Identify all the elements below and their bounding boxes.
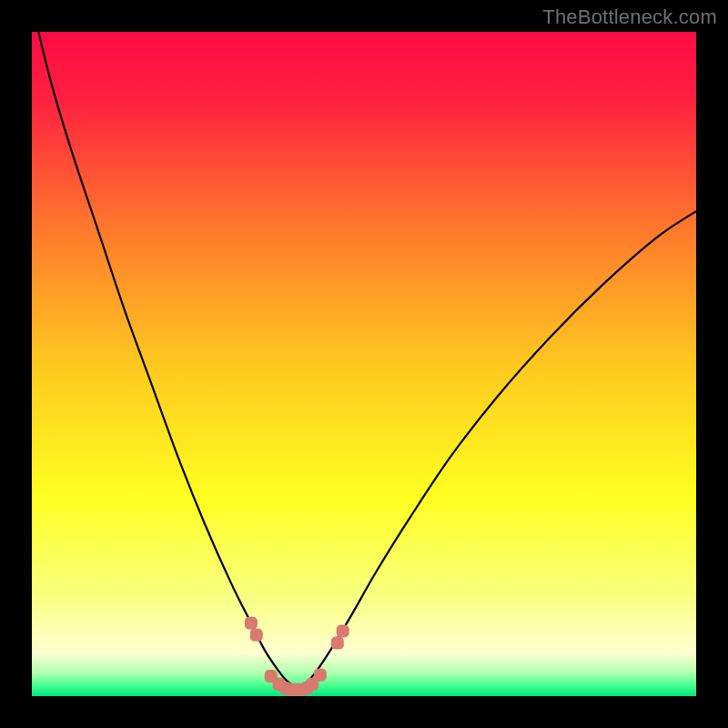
chart-frame: TheBottleneck.com [0, 0, 728, 728]
bottleneck-curve [38, 32, 696, 687]
fit-marker [337, 624, 349, 637]
fit-region-markers [245, 617, 349, 696]
curve-layer [32, 32, 696, 696]
fit-marker [250, 629, 263, 642]
fit-marker [314, 669, 327, 682]
watermark-text: TheBottleneck.com [542, 5, 717, 29]
fit-marker [245, 617, 258, 630]
plot-area [32, 32, 696, 696]
fit-marker [331, 637, 344, 650]
